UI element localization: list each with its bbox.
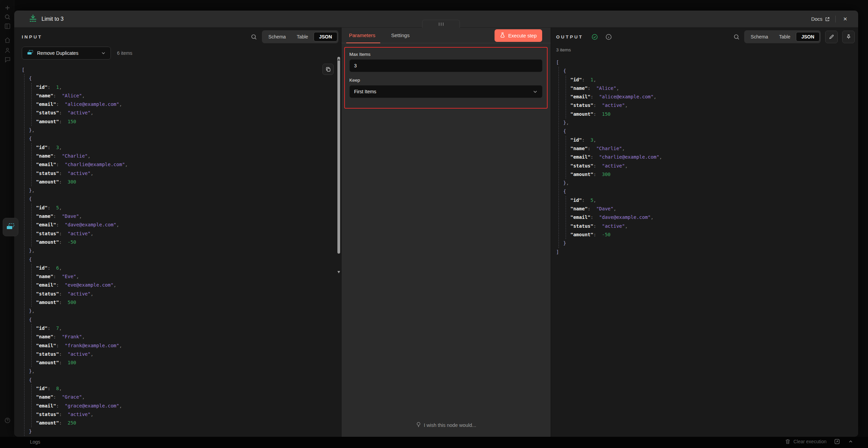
limit-node-icon <box>29 14 37 24</box>
user-icon[interactable] <box>4 47 11 54</box>
clear-execution-button[interactable]: Clear execution <box>785 438 827 445</box>
panel-drag-handle[interactable] <box>422 20 460 28</box>
info-icon[interactable] <box>605 34 612 40</box>
logs-label[interactable]: Logs <box>30 439 40 445</box>
execute-step-label: Execute step <box>508 33 537 38</box>
input-source-select[interactable]: Remove Duplicates <box>22 47 111 60</box>
highlighted-parameters-box: Max Items Keep First Items <box>344 47 548 109</box>
input-scrollbar[interactable] <box>337 57 340 273</box>
chevron-down-icon <box>533 89 538 94</box>
docs-label: Docs <box>811 16 822 22</box>
output-tab-schema[interactable]: Schema <box>745 32 773 42</box>
flask-icon <box>500 32 505 39</box>
grip-bar <box>443 22 444 26</box>
plus-icon[interactable] <box>4 4 11 11</box>
input-json-view: [{"id": 1,"name": "Alice","email": "alic… <box>22 66 328 436</box>
lightbulb-icon <box>416 422 421 429</box>
output-items-count: 3 items <box>556 47 571 52</box>
copy-icon <box>326 67 331 72</box>
output-search-icon[interactable] <box>733 34 740 40</box>
node-title: Limit to 3 <box>41 16 64 22</box>
success-check-icon <box>591 34 598 40</box>
max-items-label: Max Items <box>349 52 542 57</box>
titlebar-divider <box>835 16 836 22</box>
docs-link[interactable]: Docs <box>811 16 830 22</box>
help-icon[interactable] <box>4 417 11 424</box>
node-detail-modal: Limit to 3 Docs ✕ INPUT <box>14 11 858 437</box>
tab-settings[interactable]: Settings <box>391 28 410 43</box>
input-tab-json[interactable]: JSON <box>314 32 337 42</box>
chevron-up-icon[interactable] <box>848 438 854 445</box>
app-screen: Logs Clear execution <box>0 0 868 448</box>
output-tab-json[interactable]: JSON <box>796 32 820 42</box>
clear-execution-label: Clear execution <box>794 439 827 444</box>
parameters-panel: Parameters Settings Execute step Max Ite… <box>341 28 551 437</box>
input-tab-schema[interactable]: Schema <box>263 32 291 42</box>
edit-output-button[interactable] <box>825 31 838 43</box>
keep-select[interactable]: First Items <box>349 85 542 98</box>
grip-bar <box>441 22 441 26</box>
input-search-icon[interactable] <box>251 34 257 40</box>
input-source-label: Remove Duplicates <box>37 50 98 56</box>
input-items-count: 6 items <box>117 50 132 56</box>
active-tab-underline <box>346 43 380 43</box>
trash-icon <box>785 438 791 445</box>
search-circle-icon[interactable] <box>4 14 11 20</box>
remove-duplicates-icon <box>27 49 34 57</box>
input-tab-table[interactable]: Table <box>291 32 313 42</box>
parameters-tabbar: Parameters Settings Execute step <box>341 28 551 43</box>
remove-duplicates-icon <box>6 222 15 232</box>
input-header: INPUT <box>22 34 43 39</box>
output-header: OUTPUT <box>556 34 583 39</box>
tab-parameters[interactable]: Parameters <box>349 28 375 43</box>
pin-data-button[interactable] <box>842 31 855 43</box>
output-json-view: [{"id": 1,"name": "Alice","email": "alic… <box>556 58 849 429</box>
remove-duplicates-node-chip[interactable] <box>3 218 18 236</box>
chat-icon[interactable] <box>4 56 11 63</box>
pencil-icon <box>829 34 834 39</box>
home-icon[interactable] <box>4 37 11 44</box>
chevron-down-icon <box>101 51 106 55</box>
output-view-tabs: Schema Table JSON <box>744 30 821 43</box>
hint-label: I wish this node would... <box>424 422 476 428</box>
pop-out-icon[interactable] <box>834 438 840 445</box>
max-items-input[interactable] <box>349 59 542 72</box>
scrollbar-thumb[interactable] <box>337 57 340 254</box>
external-link-icon <box>825 17 830 22</box>
input-panel: INPUT Schema Table JSON <box>14 28 341 437</box>
node-feedback-hint[interactable]: I wish this node would... <box>341 422 551 429</box>
output-tab-table[interactable]: Table <box>773 32 796 42</box>
keep-value: First Items <box>354 89 533 94</box>
bottom-bar: Logs Clear execution <box>0 437 868 448</box>
panels-icon[interactable] <box>4 23 11 30</box>
execute-step-button[interactable]: Execute step <box>495 29 542 42</box>
output-panel: OUTPUT Schema Table JSON <box>551 28 858 437</box>
grip-bar <box>439 22 439 26</box>
copy-json-button[interactable] <box>322 64 334 75</box>
scrollbar-down-arrow[interactable] <box>337 271 340 273</box>
close-icon[interactable]: ✕ <box>841 16 849 22</box>
input-view-tabs: Schema Table JSON <box>262 30 338 43</box>
pin-icon <box>846 34 851 39</box>
keep-label: Keep <box>349 78 542 83</box>
